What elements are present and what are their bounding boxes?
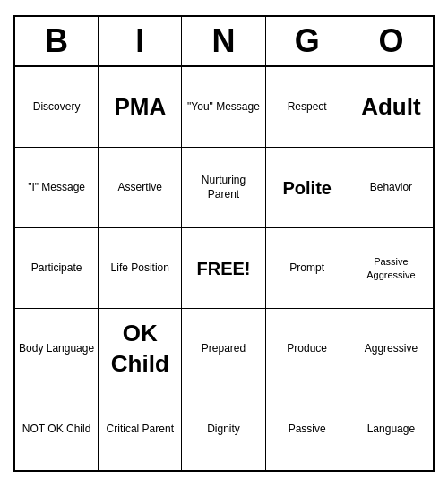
bingo-cell-5: "I" Message — [15, 148, 99, 228]
bingo-card: BINGO DiscoveryPMA"You" MessageRespectAd… — [13, 15, 435, 472]
bingo-cell-19: Aggressive — [349, 309, 433, 389]
bingo-cell-20: NOT OK Child — [15, 389, 99, 470]
bingo-cell-17: Prepared — [182, 309, 265, 389]
bingo-cell-13: Prompt — [266, 228, 349, 309]
header-letter-n: N — [182, 17, 265, 65]
bingo-cell-4: Adult — [349, 67, 433, 148]
bingo-cell-23: Passive — [266, 389, 349, 470]
bingo-cell-18: Produce — [266, 309, 349, 389]
bingo-cell-12: FREE! — [182, 228, 265, 309]
bingo-cell-0: Discovery — [15, 67, 99, 148]
bingo-cell-11: Life Position — [99, 228, 182, 309]
bingo-cell-3: Respect — [266, 67, 349, 148]
bingo-cell-14: Passive Aggressive — [349, 228, 433, 309]
header-letter-i: I — [99, 17, 182, 65]
header-letter-o: O — [349, 17, 433, 65]
bingo-cell-7: Nurturing Parent — [182, 148, 265, 228]
bingo-cell-21: Critical Parent — [99, 389, 182, 470]
bingo-cell-1: PMA — [99, 67, 182, 148]
header-letter-b: B — [15, 17, 99, 65]
bingo-cell-16: OK Child — [99, 309, 182, 389]
bingo-cell-9: Behavior — [349, 148, 433, 228]
bingo-cell-24: Language — [349, 389, 433, 470]
bingo-grid: DiscoveryPMA"You" MessageRespectAdult"I"… — [15, 67, 433, 470]
bingo-cell-2: "You" Message — [182, 67, 265, 148]
bingo-cell-10: Participate — [15, 228, 99, 309]
header-letter-g: G — [266, 17, 349, 65]
bingo-header: BINGO — [15, 17, 433, 67]
bingo-cell-22: Dignity — [182, 389, 265, 470]
bingo-cell-8: Polite — [266, 148, 349, 228]
bingo-cell-6: Assertive — [99, 148, 182, 228]
bingo-cell-15: Body Language — [15, 309, 99, 389]
